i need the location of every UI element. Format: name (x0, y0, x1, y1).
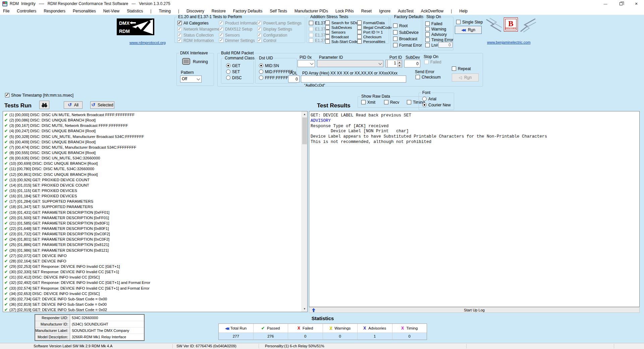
menu-item[interactable]: Discovery (186, 9, 204, 13)
test-list-item[interactable]: (10) [00,699] DISC: DISC UNIQUE BRANCH [… (3, 161, 307, 166)
menu-item[interactable]: Responders (44, 9, 65, 13)
category-checkbox[interactable]: Status Collection (177, 33, 214, 38)
test-list-item[interactable]: (35) [02,734] GET: DEVICE INFO Sub-Start… (3, 296, 307, 302)
test-list-item[interactable]: (25) [01,886] GET: PARAMETER DESCRIPTION… (3, 242, 307, 247)
test-list-item[interactable]: (9) [00,635] DISC: DISC UN_MUTE, 534C:32… (3, 155, 307, 161)
test-list-item[interactable]: (33) [02,574] SET Response: DEVICE INFO … (3, 286, 307, 291)
stress-checkbox[interactable]: Port ID != 1 (357, 30, 383, 35)
menu-item[interactable]: | (451, 9, 452, 13)
menu-item[interactable]: File (3, 9, 9, 13)
pattern-select[interactable]: Off (180, 76, 202, 83)
show-timestamp-checkbox[interactable]: Show Timestamp [hh:mm:ss.msec] (5, 93, 73, 98)
category-checkbox[interactable]: Control (257, 38, 276, 43)
scroll-down-icon[interactable]: ▼ (302, 306, 307, 312)
stress-checkbox[interactable]: Format/Data (357, 20, 385, 25)
pid-select[interactable] (298, 60, 315, 67)
test-list-item[interactable]: (5) [00,328] DISC: DISC UN_MUTE, Manufac… (3, 134, 307, 139)
stop-on-line-checkbox[interactable]: Ln# (425, 43, 438, 48)
scrollbar-thumb[interactable] (302, 117, 307, 144)
line-number-input[interactable]: 0 (438, 42, 452, 48)
stop-on-failed-checkbox[interactable]: Failed (424, 59, 441, 64)
menu-item[interactable]: | (150, 9, 151, 13)
menu-item[interactable]: Statistics (127, 9, 143, 13)
factory-checkbox[interactable]: Broadcast (393, 36, 417, 41)
test-list-item[interactable]: (19) [01,431] GET: PARAMETER DESCRIPTION… (3, 210, 307, 215)
test-list-item[interactable]: (13) [00,926] GET: PROXIED DEVICE COUNT (3, 177, 307, 183)
category-checkbox[interactable]: Configuration (257, 33, 287, 38)
menu-item[interactable]: Personalities (73, 9, 96, 13)
factory-checkbox[interactable]: Root (393, 23, 408, 28)
menu-item[interactable]: Lock PINs (335, 9, 354, 13)
test-list-item[interactable]: (2) [00,086] DISC: DISC UNIQUE BRANCH [R… (3, 117, 307, 123)
stop-on-checkbox[interactable]: Timing Error (425, 37, 453, 42)
stress-checkbox[interactable]: Search for SDs (325, 20, 358, 25)
test-list-item[interactable]: (27) [02,072] GET: DEVICE INFO (3, 253, 307, 258)
category-checkbox[interactable]: Display Settings (257, 27, 292, 32)
pdl-input[interactable]: 0 (288, 76, 300, 83)
tests-list-scrollbar[interactable]: ▲ ▼ (302, 111, 307, 312)
menu-item[interactable]: Factory Defaults (233, 9, 262, 13)
test-list-item[interactable]: (7) [00,474] DISC: DISC MUTE, Manufactur… (3, 145, 307, 150)
menu-item[interactable]: Reset (361, 9, 372, 13)
test-list-item[interactable]: (14) [01,015] SET: PROXIED DEVICE COUNT (3, 183, 307, 188)
command-class-radio[interactable]: SET (226, 69, 240, 74)
menu-item[interactable]: AutoTest (398, 9, 414, 13)
test-list-item[interactable]: (17) [01,284] GET: SUPPORTED PARAMETERS (3, 199, 307, 204)
test-list-item[interactable]: (34) [02,653] DISC: DEVICE INFO Invalid … (3, 291, 307, 296)
dst-uid-radio[interactable]: MID:FFFFFFFF (259, 69, 293, 74)
stress-checkbox[interactable]: Illegal CmdCode (357, 25, 392, 30)
menu-item[interactable]: Manufacturer PIDs (294, 9, 328, 13)
test-list-item[interactable]: (32) [02,492] GET Response: DEVICE INFO … (3, 280, 307, 285)
test-list-item[interactable]: (4) [00,247] DISC: DISC UNIQUE BRANCH [R… (3, 128, 307, 134)
category-checkbox[interactable]: RDM Information (177, 38, 214, 43)
minimize-button[interactable]: — (598, 0, 613, 7)
stop-on-checkbox[interactable]: Failed (425, 21, 442, 26)
command-class-radio[interactable]: GET (226, 63, 240, 68)
maximize-button[interactable] (613, 0, 629, 7)
port-id-spinner[interactable]: 1 (387, 60, 402, 67)
find-button[interactable] (39, 101, 49, 109)
font-radio[interactable]: Courier New (422, 102, 451, 107)
spinner-up-icon[interactable] (397, 60, 401, 64)
run-packet-button[interactable]: Run (452, 73, 479, 82)
scroll-up-icon[interactable]: ▲ (302, 111, 307, 117)
menu-item[interactable]: Ignore (379, 9, 390, 13)
factory-checkbox[interactable]: SubDevice (393, 30, 419, 35)
category-checkbox[interactable]: All Categories (177, 20, 209, 26)
menu-item[interactable]: Controllers (17, 9, 36, 13)
factory-checkbox[interactable]: Format Error (393, 43, 422, 48)
close-button[interactable]: ✕ (629, 0, 644, 7)
menu-item[interactable]: Restore (212, 9, 226, 13)
test-list-item[interactable]: (11) [00,780] DISC: DISC MUTE, 534C:3266… (3, 166, 307, 171)
stress-checkbox[interactable]: Sensors (325, 30, 345, 35)
menu-item[interactable]: Timing (159, 9, 171, 13)
test-list-item[interactable]: (28) [02,164] SET: DEVICE INFO (3, 258, 307, 264)
test-list-item[interactable]: (24) [01,801] SET: PARAMETER DESCRIPTION… (3, 237, 307, 242)
test-list-item[interactable]: (26) [01,986] SET: PARAMETER DESCRIPTION… (3, 248, 307, 253)
stress-checkbox[interactable]: SubDevices (325, 25, 352, 30)
run-tests-button[interactable]: Run (455, 26, 482, 34)
test-list-item[interactable]: (21) [01,585] GET: PARAMETER DESCRIPTION… (3, 220, 307, 226)
menu-item[interactable]: Help (459, 9, 468, 13)
stress-checkbox[interactable]: Broadcast (325, 34, 349, 39)
test-list-item[interactable]: (23) [01,732] GET: PARAMETER DESCRIPTION… (3, 231, 307, 237)
category-checkbox[interactable]: Sensors (219, 33, 240, 38)
test-list-item[interactable]: (18) [01,347] SET: SUPPORTED PARAMETERS (3, 204, 307, 209)
test-list-item[interactable]: (36) [02,819] SET: DEVICE INFO Sub-Start… (3, 302, 307, 307)
stress-checkbox[interactable]: Sub-Start Code (325, 39, 358, 44)
rerun-selected-button[interactable]: Selected (90, 101, 114, 109)
category-checkbox[interactable]: Product Information (219, 20, 260, 26)
test-list-item[interactable]: (3) [00,167] DISC: DISC MUTE, Network Br… (3, 123, 307, 128)
spinner-down-icon[interactable] (397, 64, 401, 67)
test-list-item[interactable]: (29) [02,253] GET Response: DEVICE INFO … (3, 264, 307, 269)
test-list-item[interactable]: (22) [01,648] SET: PARAMETER DESCRIPTION… (3, 226, 307, 231)
raw-data-checkbox[interactable]: Xmit (361, 100, 375, 105)
category-checkbox[interactable]: Network Management (177, 27, 223, 32)
test-list-item[interactable]: (16) [01,184] SET: PROXIED DEVICES (3, 193, 307, 199)
test-list-item[interactable]: (30) [02,330] SET Response: DEVICE INFO … (3, 269, 307, 275)
category-checkbox[interactable]: Power/Lamp Settings (257, 20, 302, 26)
repeat-checkbox[interactable]: Repeat (452, 66, 471, 71)
test-list-item[interactable]: (37) [02,919] GET: DEVICE INFO Sub-Start… (3, 307, 307, 312)
parameter-id-select[interactable] (317, 60, 383, 67)
stop-on-checkbox[interactable]: Warning (425, 27, 446, 32)
